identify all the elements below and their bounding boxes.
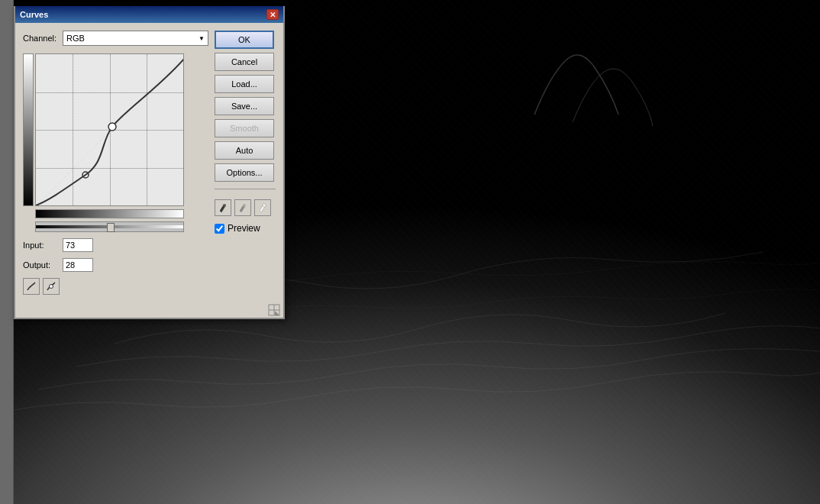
close-button[interactable]: ✕ <box>266 9 279 20</box>
curves-canvas-wrapper <box>35 53 184 206</box>
left-sidebar <box>0 0 14 504</box>
output-field[interactable] <box>63 258 93 272</box>
dialog-body: Channel: RGB ▼ <box>15 23 283 302</box>
auto-button[interactable]: Auto <box>215 141 274 160</box>
smooth-button[interactable]: Smooth <box>215 119 274 137</box>
left-panel: Channel: RGB ▼ <box>23 31 208 295</box>
close-icon: ✕ <box>270 11 276 19</box>
curves-canvas[interactable] <box>35 53 184 206</box>
curve-icons-row <box>23 278 208 295</box>
slider-thumb[interactable] <box>107 223 115 232</box>
dropdown-arrow-icon: ▼ <box>199 35 205 42</box>
preview-label[interactable]: Preview <box>228 223 260 234</box>
right-panel: OK Cancel Load... Save... Smooth Auto Op… <box>215 31 276 295</box>
input-field[interactable] <box>63 238 93 252</box>
preview-row: Preview <box>215 223 276 234</box>
channel-dropdown[interactable]: RGB ▼ <box>63 31 208 46</box>
black-eyedropper-button[interactable] <box>215 199 231 216</box>
gradient-slider-row <box>23 221 208 232</box>
options-button[interactable]: Options... <box>215 163 274 182</box>
svg-marker-11 <box>275 311 279 315</box>
curve-point-tool-button[interactable] <box>43 278 60 295</box>
dialog-titlebar: Curves ✕ <box>15 6 283 23</box>
curves-svg <box>36 54 183 205</box>
preview-checkbox[interactable] <box>215 224 224 234</box>
channel-value: RGB <box>66 34 85 43</box>
bottom-gradient-bar <box>35 209 184 218</box>
curve-line-tool-button[interactable] <box>23 278 40 295</box>
white-eyedropper-button[interactable] <box>254 199 271 216</box>
gray-eyedropper-button[interactable] <box>234 199 251 216</box>
output-row: Output: <box>23 258 208 272</box>
corner-icon-row <box>15 302 283 318</box>
ok-button[interactable]: OK <box>215 31 274 49</box>
load-button[interactable]: Load... <box>215 75 274 93</box>
gradient-slider[interactable] <box>35 221 184 232</box>
svg-point-7 <box>263 204 266 207</box>
expand-icon[interactable] <box>268 304 280 316</box>
save-button[interactable]: Save... <box>215 97 274 115</box>
input-row: Input: <box>23 238 208 252</box>
dialog-title: Curves <box>20 10 48 19</box>
svg-point-4 <box>50 285 53 289</box>
brightness-bar <box>23 53 34 206</box>
cancel-button[interactable]: Cancel <box>215 53 274 71</box>
svg-point-3 <box>108 123 116 131</box>
separator <box>215 189 276 189</box>
input-label: Input: <box>23 241 55 250</box>
channel-select-wrapper[interactable]: RGB ▼ <box>63 31 208 46</box>
gradient-row <box>23 209 208 218</box>
svg-point-6 <box>243 204 246 207</box>
svg-point-5 <box>223 204 226 207</box>
curves-area <box>23 53 208 206</box>
channel-row: Channel: RGB ▼ <box>23 31 208 46</box>
output-label: Output: <box>23 260 55 270</box>
curves-dialog: Curves ✕ Channel: RGB ▼ <box>14 6 285 319</box>
eyedroppers-row <box>215 199 276 216</box>
channel-label: Channel: <box>23 34 56 43</box>
